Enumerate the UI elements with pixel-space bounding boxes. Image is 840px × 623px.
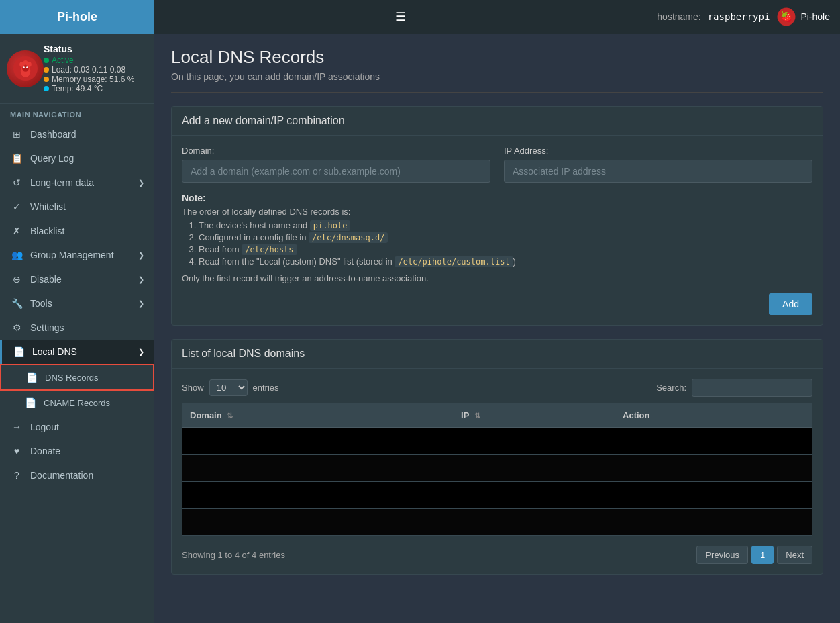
table-row: [182, 508, 812, 535]
chevron-right-icon: ❯: [138, 275, 144, 284]
sidebar-item-label: Blacklist: [30, 226, 64, 236]
domain-input[interactable]: [182, 160, 490, 183]
previous-button[interactable]: Previous: [696, 546, 748, 564]
show-entries-select[interactable]: 10 25 50 100: [209, 379, 248, 396]
table-head: Domain ⇅ IP ⇅ Action: [182, 403, 812, 428]
query-log-icon: 📋: [10, 153, 23, 164]
list-dns-card-header: List of local DNS domains: [172, 340, 823, 369]
note-item-1: The device's host name and pi.hole: [199, 220, 812, 230]
whitelist-icon: ✓: [10, 201, 23, 212]
svg-point-9: [26, 66, 28, 68]
note-item-3: Read from /etc/hosts: [199, 244, 812, 254]
add-dns-card-header: Add a new domain/IP combination: [172, 107, 823, 136]
nav-label: MAIN NAVIGATION: [0, 104, 154, 122]
add-dns-card: Add a new domain/IP combination Domain: …: [171, 106, 823, 326]
status-info: Status Active Load: 0.03 0.11 0.08 Memor…: [44, 44, 134, 93]
sort-ip-icon[interactable]: ⇅: [474, 412, 480, 420]
list-dns-card: List of local DNS domains Show 10 25 50 …: [171, 339, 823, 575]
sidebar-item-logout[interactable]: → Logout: [0, 415, 154, 439]
dns-records-icon: 📄: [25, 372, 38, 383]
next-button[interactable]: Next: [777, 546, 812, 564]
sidebar-item-label: Dashboard: [30, 129, 76, 140]
tools-icon: 🔧: [10, 298, 23, 309]
sort-domain-icon[interactable]: ⇅: [227, 412, 233, 420]
sidebar-item-label: Donate: [30, 446, 60, 457]
sidebar-item-query-log[interactable]: 📋 Query Log: [0, 146, 154, 171]
svg-text:🍓: 🍓: [780, 11, 792, 23]
logout-icon: →: [10, 422, 23, 432]
sidebar-item-label: Whitelist: [30, 201, 66, 212]
svg-point-8: [23, 66, 24, 68]
sidebar-item-donate[interactable]: ♥ Donate: [0, 439, 154, 463]
sidebar-item-label: Tools: [30, 298, 52, 309]
note-title: Note:: [182, 193, 206, 203]
domain-group: Domain:: [182, 146, 490, 183]
disable-icon: ⊖: [10, 274, 23, 285]
sidebar-item-group-management[interactable]: 👥 Group Management ❯: [0, 243, 154, 267]
chevron-down-icon: ❯: [138, 348, 144, 356]
documentation-icon: ?: [10, 470, 23, 481]
pagination-controls: Previous 1 Next: [696, 546, 812, 564]
raspberry-icon: 🍓: [776, 7, 796, 27]
page-1-button[interactable]: 1: [751, 546, 774, 564]
status-active: Active: [44, 56, 134, 65]
sidebar-item-tools[interactable]: 🔧 Tools ❯: [0, 291, 154, 316]
showing-text: Showing 1 to 4 of 4 entries: [182, 550, 285, 560]
search-input[interactable]: [692, 379, 812, 397]
sidebar-item-documentation[interactable]: ? Documentation: [0, 463, 154, 487]
sidebar-item-label: Long-term data: [30, 177, 94, 188]
user-label: Pi-hole: [800, 11, 830, 22]
list-dns-card-body: Show 10 25 50 100 entries Search:: [172, 369, 823, 574]
ip-group: IP Address:: [504, 146, 812, 183]
sidebar-item-label: Local DNS: [32, 346, 77, 357]
table-row: [182, 481, 812, 508]
hostname-label: hostname:: [657, 11, 700, 22]
sidebar-item-dns-records[interactable]: 📄 DNS Records: [0, 364, 154, 391]
chevron-right-icon: ❯: [138, 299, 144, 308]
ip-input[interactable]: [504, 160, 812, 183]
sidebar-item-disable[interactable]: ⊖ Disable ❯: [0, 267, 154, 291]
table-body: [182, 428, 812, 535]
svg-point-6: [23, 60, 27, 64]
sidebar-item-whitelist[interactable]: ✓ Whitelist: [0, 195, 154, 219]
sidebar-item-long-term-data[interactable]: ↺ Long-term data ❯: [0, 171, 154, 195]
sidebar-item-settings[interactable]: ⚙ Settings: [0, 316, 154, 340]
sidebar-item-label: Settings: [30, 322, 64, 333]
col-action: Action: [615, 403, 812, 428]
sidebar-item-local-dns[interactable]: 📄 Local DNS ❯: [0, 340, 154, 364]
status-title: Status: [44, 44, 134, 54]
brand-logo[interactable]: Pi-hole: [0, 0, 154, 34]
page-subtitle: On this page, you can add domain/IP asso…: [171, 71, 823, 82]
sidebar-item-label: CNAME Records: [44, 398, 110, 408]
search-label: Search:: [656, 383, 686, 393]
add-button[interactable]: Add: [769, 293, 812, 315]
ip-label: IP Address:: [504, 146, 812, 156]
add-btn-row: Add: [182, 293, 812, 315]
table-row: [182, 454, 812, 481]
layout: Status Active Load: 0.03 0.11 0.08 Memor…: [0, 34, 840, 623]
table-controls-row: Show 10 25 50 100 entries Search:: [182, 379, 812, 397]
col-domain: Domain ⇅: [182, 403, 453, 428]
sidebar-item-label: DNS Records: [45, 373, 98, 383]
sidebar-item-label: Documentation: [30, 470, 93, 481]
sidebar-item-cname-records[interactable]: 📄 CNAME Records: [0, 391, 154, 415]
pi-badge: 🍓 Pi-hole: [776, 7, 830, 27]
sidebar-status: Status Active Load: 0.03 0.11 0.08 Memor…: [0, 34, 154, 104]
note-item-4: Read from the "Local (custom) DNS" list …: [199, 256, 812, 267]
col-ip: IP ⇅: [453, 403, 615, 428]
local-dns-icon: 📄: [12, 346, 25, 357]
chevron-right-icon: ❯: [138, 179, 144, 187]
note-item-2: Configured in a config file in /etc/dnsm…: [199, 232, 812, 242]
entries-label: entries: [253, 383, 279, 393]
sidebar-item-dashboard[interactable]: ⊞ Dashboard: [0, 122, 154, 146]
table-row: [182, 428, 812, 454]
show-label: Show: [182, 383, 204, 393]
cname-records-icon: 📄: [23, 397, 37, 408]
pagination-row: Showing 1 to 4 of 4 entries Previous 1 N…: [182, 546, 812, 564]
page-header: Local DNS Records On this page, you can …: [171, 47, 823, 93]
blacklist-icon: ✗: [10, 226, 23, 236]
sidebar-item-blacklist[interactable]: ✗ Blacklist: [0, 219, 154, 243]
sidebar: Status Active Load: 0.03 0.11 0.08 Memor…: [0, 34, 154, 623]
toggle-button[interactable]: ☰: [395, 9, 406, 24]
search-row: Search:: [656, 379, 812, 397]
